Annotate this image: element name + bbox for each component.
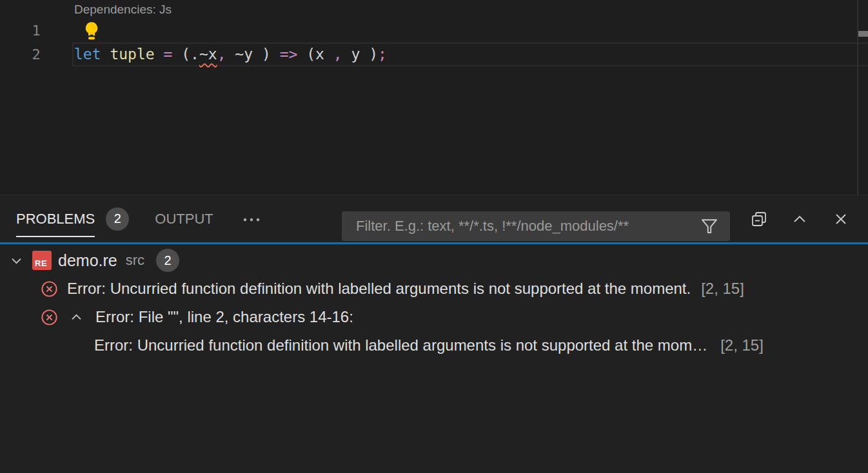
tab-count-badge: 2 [106,208,129,231]
collapse-chevron-icon[interactable] [69,310,84,325]
code-token: ; [378,46,387,63]
code-token: ) [253,46,271,63]
overview-ruler-cursor [858,31,868,37]
code-token [101,46,110,63]
chevron-down-icon[interactable] [9,253,24,268]
code-token-error: ~x [199,46,217,63]
code-token: ~y [235,46,253,63]
restore-panel-button[interactable] [749,209,769,229]
code-token: => [280,46,298,63]
code-token: = [164,46,173,63]
code-token: , [217,46,226,63]
error-icon [41,280,58,298]
code-token: (x [306,46,333,63]
code-token: tuple [110,46,154,63]
ellipsis-icon [242,209,261,229]
tab-problems[interactable]: PROBLEMS2 [16,195,129,242]
panel-tabs: PROBLEMS2OUTPUT [16,195,261,242]
error-icon [41,309,58,326]
close-panel-button[interactable] [831,209,851,229]
problem-row[interactable]: Error: File "", line 2, characters 14-16… [0,303,868,331]
reason-file-icon: RE [32,251,52,270]
reason-file-icon-label: RE [32,259,47,270]
problem-message: Error: Uncurried function definition wit… [94,336,707,354]
line-number: 1 [0,19,72,43]
code-token [271,46,280,63]
code-editor[interactable]: Dependencies: Js 1 2 let tuple = (.~x, ~… [0,0,868,195]
line-number: 2 [0,43,72,66]
code-token [155,46,164,63]
problem-location: [2, 15] [701,280,744,298]
code-token: , [333,46,342,63]
panel-focus-border [0,242,868,244]
maximize-panel-button[interactable] [789,209,810,229]
problems-file-row[interactable]: RE demo.re src 2 [0,246,868,275]
panel-actions [749,195,868,242]
problem-row[interactable]: Error: Uncurried function definition wit… [0,275,868,303]
problem-entries: Error: Uncurried function definition wit… [0,275,868,360]
tab-label: PROBLEMS [16,211,95,227]
problems-panel: PROBLEMS2OUTPUT [0,195,868,473]
code-token [297,46,306,63]
filter-input[interactable] [342,211,700,241]
file-name: demo.re [58,251,117,270]
problem-related-row[interactable]: Error: Uncurried function definition wit… [0,331,868,360]
overlapping-squares-icon [749,209,769,229]
codelens-dependencies[interactable]: Dependencies: Js [74,0,172,19]
code-token: y [342,46,370,63]
filter-funnel-icon[interactable] [700,217,719,236]
problems-list: RE demo.re src 2 Error: Uncurried functi… [0,246,868,360]
lightbulb-icon[interactable] [83,21,100,40]
code-line-content[interactable]: let tuple = (.~x, ~y ) => (x , y ); [74,43,387,66]
code-token: let [74,46,101,63]
minimap-border [857,0,858,195]
code-token [226,46,235,63]
tab-label: OUTPUT [155,211,213,227]
filter-box [342,211,730,241]
tab-output[interactable]: OUTPUT [155,195,213,242]
vscode-window: { "editor": { "codelens_text": "Dependen… [0,0,868,473]
close-icon [832,210,850,228]
panel-header: PROBLEMS2OUTPUT [0,195,868,242]
file-path: src [126,252,144,269]
problem-count-badge: 2 [156,249,179,272]
problem-message: Error: Uncurried function definition wit… [67,280,691,298]
more-actions-button[interactable] [242,195,261,242]
code-token: (. [181,46,199,63]
code-token: ) [369,46,378,63]
problem-message: Error: File "", line 2, characters 14-16… [95,308,353,326]
code-token [172,46,181,63]
chevron-up-icon [790,209,809,229]
problem-location: [2, 15] [720,336,764,354]
